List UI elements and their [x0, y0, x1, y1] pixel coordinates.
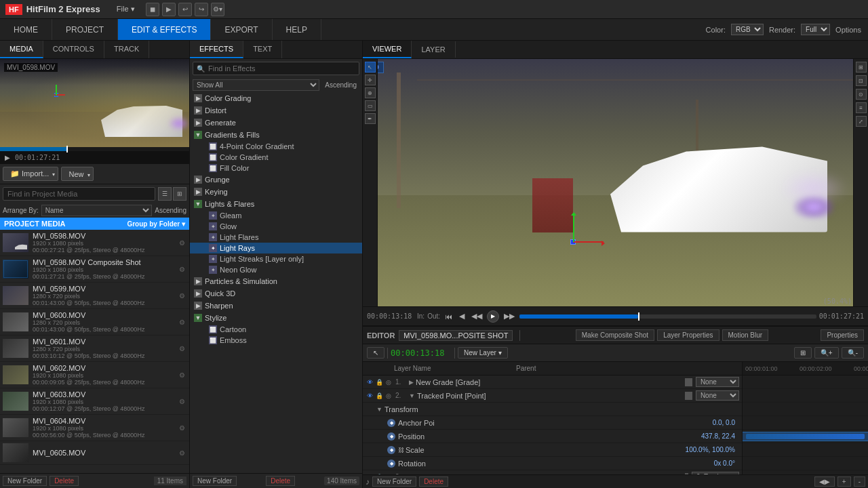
grid-view-btn[interactable]: ⊞: [173, 187, 186, 201]
layer-prop-scale[interactable]: ◆ ⛓ Scale 100.0%, 100.0%: [363, 443, 742, 457]
render-select[interactable]: Full: [801, 24, 830, 35]
effect-fill-color[interactable]: ⬜ Fill Color: [190, 163, 362, 174]
list-item[interactable]: MVI_0602.MOV 1920 x 1080 pixels 00:00:09…: [0, 362, 189, 388]
media-settings-icon[interactable]: ⚙: [177, 266, 186, 273]
media-settings-icon[interactable]: ⚙: [177, 292, 186, 300]
zoom-fit-btn[interactable]: ◀▶: [814, 476, 835, 487]
list-item[interactable]: MVI_0598.MOV 1920 x 1080 pixels 00:00:27…: [0, 230, 189, 256]
category-stylize[interactable]: ▼ Stylize: [190, 312, 362, 324]
safe-zone-toggle[interactable]: ⊡: [856, 75, 867, 86]
effect-cartoon[interactable]: ⬜ Cartoon: [190, 324, 362, 335]
layer-prop-position[interactable]: ◆ Position 437.8, 22.4: [363, 430, 742, 443]
keyframe-icon[interactable]: ◆: [387, 419, 395, 427]
category-grunge[interactable]: ▶ Grunge: [190, 174, 362, 186]
category-quick3d[interactable]: ▶ Quick 3D: [190, 287, 362, 300]
keyframe-icon[interactable]: ◆: [387, 446, 395, 454]
media-settings-icon[interactable]: ⚙: [177, 239, 186, 247]
category-keying[interactable]: ▶ Keying: [190, 186, 362, 198]
options-label[interactable]: Options: [835, 26, 861, 34]
channel-toggle[interactable]: ≡: [856, 102, 867, 113]
nav-edit-effects[interactable]: EDIT & EFFECTS: [118, 19, 211, 40]
media-settings-icon[interactable]: ⚙: [177, 371, 186, 379]
keyframe-icon[interactable]: ◆: [387, 460, 395, 468]
category-gradients[interactable]: ▼ Gradients & Fills: [190, 129, 362, 141]
tab-effects[interactable]: EFFECTS: [190, 41, 243, 58]
show-all-select[interactable]: Show All: [193, 79, 319, 91]
make-composite-btn[interactable]: Make Composite Shot: [576, 329, 654, 341]
layer-expand-icon[interactable]: ▼: [409, 392, 415, 399]
preview-scrubbar[interactable]: [0, 147, 189, 151]
list-item[interactable]: MVI_0603.MOV 1920 x 1080 pixels 00:00:12…: [0, 388, 189, 415]
layer-eye-icon[interactable]: 👁: [366, 392, 374, 400]
effects-search-input[interactable]: [193, 62, 359, 75]
transform-tool[interactable]: ✛: [365, 75, 376, 85]
snap-btn[interactable]: ⊞: [794, 347, 812, 359]
tab-track[interactable]: TRACK: [104, 41, 149, 58]
overlay-toggle[interactable]: ⊙: [856, 89, 867, 100]
effect-light-streaks[interactable]: ✦ Light Streaks [Layer only]: [190, 253, 362, 264]
tab-layer[interactable]: LAYER: [412, 41, 455, 58]
nav-help[interactable]: HELP: [273, 19, 321, 40]
category-particles[interactable]: ▶ Particles & Simulation: [190, 275, 362, 287]
zoom-in-timeline-btn[interactable]: +: [837, 476, 851, 487]
color-select[interactable]: RGB: [731, 24, 764, 35]
media-settings-icon[interactable]: ⚙: [177, 319, 186, 326]
nav-project[interactable]: PROJECT: [52, 19, 118, 40]
effect-light-flares[interactable]: ✦ Light Flares: [190, 232, 362, 243]
expand-icon[interactable]: ▼: [376, 406, 382, 413]
new-folder-button[interactable]: New Folder: [3, 476, 47, 486]
media-settings-icon[interactable]: ⚙: [177, 398, 186, 405]
effect-color-gradient[interactable]: ⬜ Color Gradient: [190, 152, 362, 163]
toolbar-icon-undo[interactable]: ↩: [178, 3, 192, 16]
effect-gleam[interactable]: ✦ Gleam: [190, 210, 362, 221]
layer-prop-rotation[interactable]: ◆ Rotation 0x 0.0°: [363, 457, 742, 470]
parent-select[interactable]: None: [696, 377, 739, 387]
editor-new-folder-btn[interactable]: New Folder: [372, 476, 416, 487]
menu-file[interactable]: File ▾: [111, 3, 140, 15]
motion-blur-btn[interactable]: Motion Blur: [722, 329, 769, 341]
go-to-start-button[interactable]: ⏮: [443, 312, 454, 321]
zoom-out-btn[interactable]: 🔍-: [842, 347, 864, 359]
new-button[interactable]: New ▾: [61, 167, 93, 181]
nav-home[interactable]: HOME: [0, 19, 52, 40]
toolbar-icon-redo[interactable]: ↪: [195, 3, 208, 16]
step-fwd-button[interactable]: ▶▶: [502, 312, 517, 321]
zoom-out-timeline-btn[interactable]: -: [854, 476, 865, 487]
media-settings-icon[interactable]: ⚙: [177, 449, 186, 457]
list-item[interactable]: MVI_0598.MOV Composite Shot 1920 x 1080 …: [0, 256, 189, 283]
category-generate[interactable]: ▶ Generate: [190, 117, 362, 129]
category-sharpen[interactable]: ▶ Sharpen: [190, 300, 362, 312]
layer-eye-icon[interactable]: 👁: [366, 378, 374, 386]
layer-row-1[interactable]: 👁 🔒 ◎ 1. ▶ New Grade [Grade] None: [363, 375, 742, 389]
timeline-area[interactable]: 00:00:01:00 00:00:02:00 00:00:03:00 00:0…: [743, 362, 868, 474]
preview-play[interactable]: ▶: [3, 153, 12, 162]
layer-solo-icon[interactable]: ◎: [384, 392, 393, 400]
category-distort[interactable]: ▶ Distort: [190, 104, 362, 117]
list-view-btn[interactable]: ☰: [158, 187, 172, 201]
media-settings-icon[interactable]: ⚙: [177, 345, 186, 352]
toolbar-icon-play[interactable]: ▶: [162, 3, 176, 16]
audio-icon[interactable]: ♪: [366, 477, 370, 487]
delete-effect-button[interactable]: Delete: [266, 476, 295, 486]
media-settings-icon[interactable]: ⚙: [177, 424, 186, 432]
category-color-grading[interactable]: ▶ Color Grading: [190, 92, 362, 104]
category-lights-flares[interactable]: ▼ Lights & Flares: [190, 198, 362, 210]
grid-toggle[interactable]: ⊞: [856, 62, 867, 73]
layer-expand-icon[interactable]: ▶: [409, 379, 414, 386]
layer-properties-btn[interactable]: Layer Properties: [657, 329, 719, 341]
nav-export[interactable]: EXPORT: [211, 19, 272, 40]
zoom-tool[interactable]: ⊕: [365, 87, 376, 98]
layer-row-2[interactable]: 👁 🔒 ◎ 2. ▼ Tracked Point [Point] None: [363, 389, 742, 403]
layer-lock-icon[interactable]: 🔒: [375, 378, 383, 386]
layer-lock-icon[interactable]: 🔒: [375, 392, 383, 400]
effect-light-rays[interactable]: ✦ Light Rays: [190, 243, 362, 253]
tab-media[interactable]: MEDIA: [0, 41, 43, 58]
import-button[interactable]: 📁 Import... ▾: [3, 167, 58, 181]
media-search-input[interactable]: [3, 187, 155, 201]
select-tool[interactable]: ↖: [365, 62, 376, 73]
effect-glow[interactable]: ✦ Glow: [190, 221, 362, 232]
editor-tool-pointer[interactable]: ↖: [367, 347, 384, 359]
toolbar-icon-settings[interactable]: ⚙▾: [211, 3, 224, 16]
list-item[interactable]: MVI_0605.MOV ⚙: [0, 441, 189, 465]
layer-prop-anchor[interactable]: ◆ Anchor Poi 0.0, 0.0: [363, 416, 742, 430]
